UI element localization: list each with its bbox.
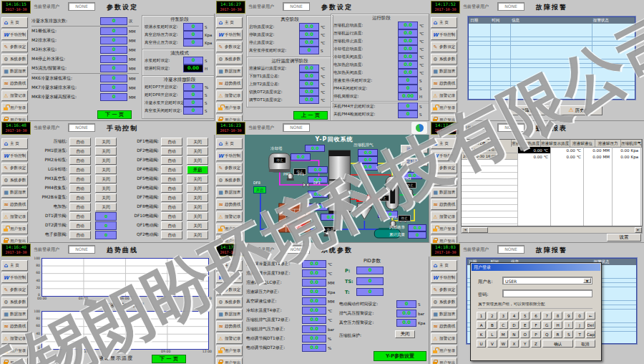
sidebar-item[interactable]: 报警记录 [216,333,243,344]
sidebar-item[interactable]: 系统参数 [431,175,457,186]
keyboard-key[interactable]: B [487,321,497,329]
sidebar-item[interactable]: 数据报表 [1,309,28,320]
sidebar-item[interactable]: 数据报表 [1,187,28,198]
auto-button[interactable]: 自动 [161,231,182,239]
sidebar-item[interactable]: 趋势曲线 [216,199,243,210]
sidebar-item[interactable]: 报警记录 [1,90,28,101]
sidebar-item[interactable]: 用户登出 [431,236,457,243]
report-cell[interactable]: 0.00℃ [517,153,550,160]
prev-page-button[interactable]: 上 一 页 [293,111,328,120]
auto-button[interactable]: 自动 [161,166,182,174]
state-button[interactable]: 关闭 [187,175,208,183]
keyboard-key[interactable]: 2 [487,312,497,320]
auto-button[interactable]: 自动 [161,147,182,155]
keyboard-key[interactable]: Z [531,340,540,348]
param-value-field[interactable]: 0.0 [398,45,418,53]
sidebar-item[interactable]: 用户登出 [431,358,457,364]
keyboard-key[interactable]: H [553,321,562,329]
keyboard-key[interactable]: V [487,340,497,348]
param-value-field[interactable]: 0 [398,102,418,110]
keyboard-key[interactable]: J [575,321,584,329]
param-value-field[interactable]: 0.0 [299,96,319,104]
sidebar-item[interactable]: 参数设定 [1,163,28,173]
state-button[interactable]: 0 [95,231,117,239]
compressor-protect-button[interactable]: 关闭 [395,330,415,338]
sidebar-item[interactable]: 系统参数 [216,297,243,307]
keyboard-key[interactable]: Del [586,321,595,329]
auto-button[interactable]: 自动 [69,221,91,230]
state-button[interactable]: 关闭 [187,147,208,155]
param-value-field[interactable]: 0.0 [396,310,416,317]
sidebar-item[interactable]: 用户登录 [431,224,457,234]
sidebar-item[interactable]: 用户登录 [431,345,457,356]
sidebar-item[interactable]: 系统参数 [1,297,28,307]
param-value-field[interactable]: 0.0 [299,39,319,47]
report-cell[interactable]: 0.00Kpa [612,147,640,153]
sidebar-item[interactable]: 参数设定 [431,284,457,295]
state-button[interactable]: 0 [95,212,117,221]
report-cell[interactable]: 0.00Kpa [612,153,640,160]
param-value-field[interactable]: 0.0 [299,72,319,80]
sidebar-item[interactable]: 用户登出 [216,358,243,364]
sidebar-item[interactable]: 用户登出 [1,115,28,121]
param-value-field[interactable]: 0 [100,64,127,72]
sidebar-item[interactable]: 手动控制 [216,272,243,283]
keyboard-key[interactable]: Q [542,330,552,338]
sidebar-item[interactable]: 报警记录 [1,211,28,222]
next-page-button[interactable]: 下 一 页 [97,110,132,119]
report-cell[interactable]: 0.00℃ [550,153,583,160]
auto-button[interactable]: 自动 [69,184,91,193]
param-value-field[interactable]: 0.0 [302,344,326,352]
sidebar-item[interactable]: 主 页 [431,138,457,149]
auto-button[interactable]: 自动 [69,231,91,239]
keyboard-key[interactable]: U [477,340,486,348]
auto-button[interactable]: 自动 [161,184,182,193]
keyboard-key[interactable]: C [499,321,508,329]
state-button[interactable]: 关闭 [187,212,208,221]
param-value-field[interactable]: 0.0 [396,319,416,327]
param-value-field[interactable]: 0.0 [302,325,326,333]
param-value-field[interactable]: 0 [183,23,203,31]
sidebar-item[interactable]: 参数设定 [431,163,457,173]
param-value-field[interactable]: 0 [183,31,203,39]
sidebar-item[interactable]: 趋势曲线 [431,199,457,210]
state-button[interactable]: 关闭 [95,156,117,165]
state-button[interactable]: 关闭 [95,138,117,146]
sidebar-item[interactable]: 报警记录 [1,333,28,344]
param-setup-button[interactable]: Y-P参数设置 [374,351,426,361]
keyboard-key[interactable]: 6 [531,312,540,320]
param-value-field[interactable]: 0 [100,55,127,63]
keyboard-key[interactable]: K [477,330,486,338]
keyboard-key[interactable]: E [520,321,530,329]
sidebar-item[interactable]: 用户登出 [431,115,457,121]
sidebar-item[interactable]: 主 页 [216,138,243,149]
param-value-field[interactable]: 0 [183,107,203,115]
sidebar-item[interactable]: 用户登出 [216,115,243,121]
auto-button[interactable]: 自动 [69,203,91,211]
keyboard-key[interactable]: 9 [564,312,573,320]
report-cell[interactable]: 0.00MM [583,147,612,153]
param-value-field[interactable]: 0.0 [302,335,326,343]
sidebar-item[interactable]: 手动控制 [216,29,243,40]
state-button[interactable]: 关闭 [187,203,208,211]
keyboard-key[interactable]: S [564,330,573,338]
sidebar-item[interactable]: 主 页 [216,17,243,28]
state-button[interactable]: 关闭 [95,166,117,174]
sidebar-item[interactable]: 系统参数 [216,54,243,64]
state-button[interactable]: 关闭 [95,184,117,193]
password-input[interactable] [502,289,592,297]
keyboard-key[interactable]: P [531,330,540,338]
scroll-right-arrow[interactable]: ► [635,227,642,233]
sidebar-item[interactable]: 数据报表 [431,187,457,198]
sidebar-item[interactable]: 手动控制 [431,272,457,283]
report-cell[interactable]: 0.00℃ [517,147,550,153]
timer-shutdown-button[interactable]: 定时关机 [401,158,428,166]
keyboard-key[interactable]: X [509,340,519,348]
pid-value-field[interactable]: 0 [356,267,384,274]
history-alarm-button[interactable]: ⚠历史报警 [560,105,602,115]
param-value-field[interactable]: 0 [299,47,319,54]
alarm-table[interactable]: 日期时间信息报警状态 [468,16,635,100]
keyboard-key[interactable]: 4 [509,312,519,320]
sidebar-item[interactable]: 参数设定 [431,42,457,52]
param-value-field[interactable]: 0 [100,46,127,54]
